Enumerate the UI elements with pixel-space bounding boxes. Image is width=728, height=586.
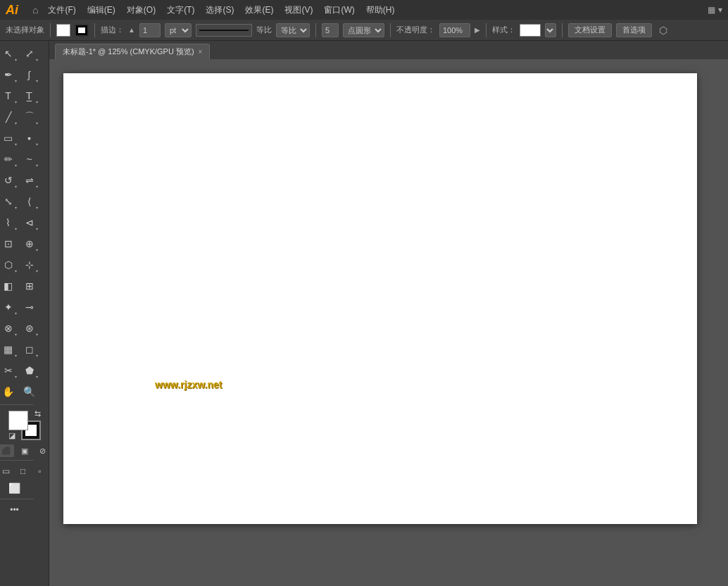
select-tool[interactable]: ↖▾ — [0, 44, 18, 63]
tool-row: ✂▾⬟▾ — [0, 361, 49, 380]
warp-tool[interactable]: ⌇▾ — [0, 213, 18, 232]
menu-item-view[interactable]: 视图(V) — [280, 3, 317, 18]
paint-bucket-tool[interactable]: ⬡▾ — [0, 255, 18, 275]
eyedropper-tool[interactable]: ✦▾ — [0, 297, 18, 317]
stroke-unit-select[interactable]: pt px — [165, 23, 192, 37]
mesh-tool[interactable]: ⊞ — [20, 276, 39, 296]
stroke-points-input[interactable] — [322, 23, 339, 37]
stroke-color-box[interactable] — [75, 24, 89, 37]
column-graph-tool[interactable]: ▦▾ — [0, 339, 18, 359]
stroke-width-input[interactable] — [139, 23, 161, 37]
artboard-tool[interactable]: ◻▾ — [20, 339, 39, 359]
pen-tool[interactable]: ✒▾ — [0, 65, 18, 85]
eraser-tool[interactable]: ⬟▾ — [20, 361, 39, 380]
workspace-grid-icon: ▦ — [708, 5, 715, 15]
tool-row: ▭▾▪▾ — [0, 128, 49, 148]
rect-tool[interactable]: ▭▾ — [0, 128, 18, 148]
toolbar-separator-1 — [0, 404, 34, 405]
tool-row: ⤡▾⟨▾ — [0, 192, 49, 211]
color-section: ⇆ ◪ ⬛ ▣ ⊘ — [0, 408, 49, 457]
measure-tool[interactable]: ⊸ — [20, 297, 39, 317]
shear-tool[interactable]: ⟨▾ — [20, 192, 39, 211]
fill-color-box[interactable] — [56, 24, 70, 37]
tab-close-button[interactable]: × — [199, 48, 203, 56]
style-label: 样式： — [492, 25, 515, 35]
preferences-button[interactable]: 首选项 — [616, 23, 652, 37]
fill-gradient-mode[interactable]: ▣ — [17, 444, 32, 457]
menu-item-effects[interactable]: 效果(E) — [241, 3, 277, 18]
toolbar-separator-2 — [0, 460, 34, 461]
tool-row: ✋🔍 — [0, 382, 49, 401]
stroke-type-select[interactable]: 等比 — [276, 23, 310, 37]
symbol-sprayer-tool[interactable]: ⊛▾ — [20, 318, 39, 338]
tab-bar: 未标题-1* @ 125% (CMYK/GPU 预览) × — [49, 41, 728, 59]
zoom-tool[interactable]: 🔍 — [20, 382, 39, 401]
reflect-tool[interactable]: ⇌▾ — [20, 170, 39, 190]
hand-tool[interactable]: ✋ — [0, 382, 18, 401]
color-boxes: ⇆ ◪ — [8, 408, 41, 440]
draw-behind-mode[interactable]: □ — [15, 463, 31, 479]
draw-normal-mode[interactable]: ▭ — [0, 463, 14, 479]
curvature-tool[interactable]: ∫▾ — [20, 65, 39, 85]
free-transform-tool[interactable]: ⊡ — [0, 234, 18, 254]
workspace-switcher[interactable]: ▦ ▾ — [708, 5, 722, 15]
menu-item-file[interactable]: 文件(F) — [44, 3, 80, 18]
gradient-tool[interactable]: ◧ — [0, 276, 18, 296]
blend-tool[interactable]: ⊗▾ — [0, 318, 18, 338]
extra-options-icon[interactable]: ⬡ — [659, 25, 667, 36]
pencil-tool[interactable]: ✏▾ — [0, 149, 18, 169]
main-area: ↖▾⤢▾✒▾∫▾T▾T̲▾╱▾⌒▾▭▾▪▾✏▾~▾↺▾⇌▾⤡▾⟨▾⌇▾⊲▾⊡⊕▾… — [0, 41, 728, 586]
rotate-tool[interactable]: ↺▾ — [0, 170, 18, 190]
menu-item-select[interactable]: 选择(S) — [201, 3, 238, 18]
canvas-workspace[interactable]: www.rjzxw.net — [49, 59, 728, 586]
direct-select-tool[interactable]: ⤢▾ — [20, 44, 39, 63]
menu-item-object[interactable]: 对象(O) — [123, 3, 160, 18]
menu-item-window[interactable]: 窗口(W) — [320, 3, 358, 18]
stroke-up-icon[interactable]: ▲ — [128, 26, 135, 34]
smooth-tool[interactable]: ~▾ — [20, 149, 39, 169]
scale-tool[interactable]: ⤡▾ — [0, 192, 18, 211]
title-bar: Ai ⌂ 文件(F)编辑(E)对象(O)文字(T)选择(S)效果(E)视图(V)… — [0, 0, 728, 20]
screen-mode-row: ⬜ — [0, 480, 49, 496]
touch-type-tool[interactable]: T̲▾ — [20, 86, 39, 106]
draw-inside-mode[interactable]: ▫ — [32, 463, 48, 479]
opacity-input[interactable] — [439, 23, 470, 37]
workspace-arrow-icon: ▾ — [718, 5, 722, 15]
divider-2 — [94, 23, 95, 37]
style-color-box[interactable] — [520, 24, 541, 37]
width-tool[interactable]: ⊲▾ — [20, 213, 39, 232]
screen-mode-button[interactable]: ⬜ — [0, 480, 31, 496]
stroke-label: 描边： — [101, 25, 124, 35]
default-colors-icon[interactable]: ◪ — [8, 431, 15, 440]
opacity-arrow[interactable]: ▶ — [475, 26, 480, 34]
menu-item-help[interactable]: 帮助(H) — [362, 3, 399, 18]
menu-item-text[interactable]: 文字(T) — [163, 3, 199, 18]
tool-row: T▾T̲▾ — [0, 86, 49, 106]
fill-none-mode[interactable]: ⊘ — [35, 444, 50, 457]
watermark: www.rjzxw.net — [155, 379, 222, 390]
menu-item-edit[interactable]: 编辑(E) — [83, 3, 120, 18]
home-button[interactable]: ⌂ — [32, 4, 38, 15]
style-select[interactable] — [545, 23, 556, 37]
tool-container: ↖▾⤢▾✒▾∫▾T▾T̲▾╱▾⌒▾▭▾▪▾✏▾~▾↺▾⇌▾⤡▾⟨▾⌇▾⊲▾⊡⊕▾… — [0, 44, 49, 518]
shape-builder-tool[interactable]: ⊕▾ — [20, 234, 39, 254]
tool-row: ⬡▾⊹▾ — [0, 255, 49, 275]
fill-box[interactable] — [8, 411, 28, 430]
tab-title: 未标题-1* @ 125% (CMYK/GPU 预览) — [63, 46, 194, 57]
tool-row: ⊗▾⊛▾ — [0, 318, 49, 338]
opacity-label: 不透明度： — [396, 25, 435, 35]
stroke-type-label: 等比 — [256, 25, 272, 35]
doc-setup-button[interactable]: 文档设置 — [568, 23, 612, 37]
line-tool[interactable]: ╱▾ — [0, 107, 18, 127]
swap-icon[interactable]: ⇆ — [34, 409, 41, 418]
live-paint-sel-tool[interactable]: ⊹▾ — [20, 255, 39, 275]
ai-logo: Ai — [6, 3, 27, 18]
type-tool[interactable]: T▾ — [0, 86, 18, 106]
document-tab[interactable]: 未标题-1* @ 125% (CMYK/GPU 预览) × — [55, 44, 210, 59]
fill-color-mode[interactable]: ⬛ — [0, 444, 14, 457]
arc-tool[interactable]: ⌒▾ — [20, 107, 39, 127]
slice-tool[interactable]: ✂▾ — [0, 361, 18, 380]
more-tools-button[interactable]: ••• — [0, 502, 31, 518]
rounded-rect-tool[interactable]: ▪▾ — [20, 128, 39, 148]
stroke-shape-select[interactable]: 点圆形 — [343, 23, 384, 37]
